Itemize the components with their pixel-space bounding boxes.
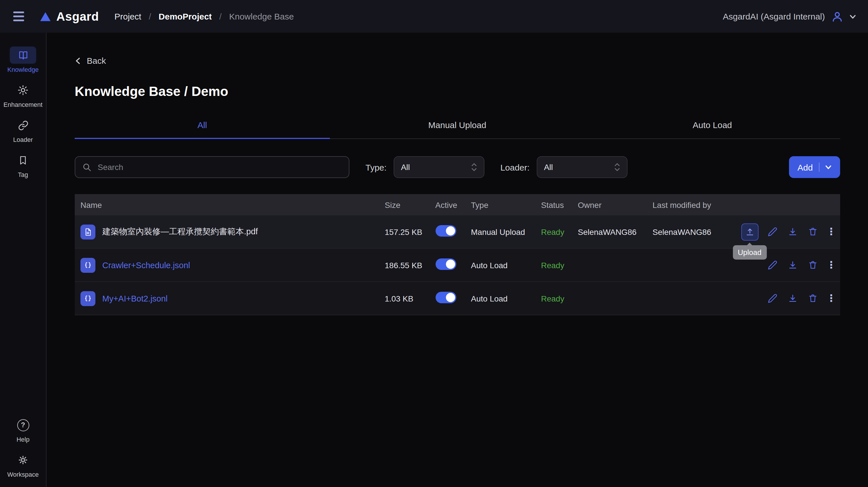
sidebar-item-label: Help [17, 436, 29, 443]
breadcrumb-section[interactable]: Project [114, 11, 141, 21]
more-actions-button[interactable]: ⋮ [827, 293, 835, 304]
file-name[interactable]: Crawler+Schedule.jsonl [102, 260, 190, 270]
sun-icon [10, 82, 36, 99]
upload-icon [745, 227, 754, 236]
file-name[interactable]: My+AI+Bot2.jsonl [102, 294, 167, 303]
brand-name: Asgard [56, 9, 99, 23]
page-title: Knowledge Base / Demo [75, 84, 840, 99]
sidebar-item-label: Workspace [7, 471, 39, 478]
search-input-wrapper[interactable] [75, 156, 349, 178]
search-input[interactable] [97, 162, 341, 172]
account-name: AsgardAI (Asgard Internal) [723, 11, 825, 21]
select-carets-icon [614, 163, 620, 172]
active-toggle[interactable] [435, 292, 456, 303]
sidebar-item-label: Enhancement [3, 101, 42, 108]
tab-bar: All Manual Upload Auto Load [75, 117, 840, 139]
jsonl-file-icon [81, 291, 95, 306]
tab-all[interactable]: All [75, 117, 330, 138]
owner: SelenaWANG86 [578, 227, 652, 236]
breadcrumb-current-page: Knowledge Base [229, 11, 293, 21]
file-size: 157.25 KB [385, 227, 435, 236]
add-button[interactable]: Add [789, 156, 840, 178]
sidebar-item-help[interactable]: ? Help [0, 416, 46, 443]
file-type: Manual Upload [471, 227, 541, 236]
download-button[interactable] [787, 259, 799, 271]
table-row[interactable]: Crawler+Schedule.jsonl 186.55 KB Auto Lo… [75, 249, 840, 282]
edit-button[interactable] [767, 293, 778, 304]
file-type: Auto Load [471, 294, 541, 303]
file-size: 1.03 KB [385, 294, 435, 303]
last-modified-by: SelenaWANG86 [652, 227, 739, 236]
edit-button[interactable] [767, 226, 778, 237]
row-actions: Upload ⋮ [739, 223, 840, 240]
link-icon [10, 117, 36, 134]
loader-filter-select[interactable]: All [536, 156, 627, 178]
table-row[interactable]: 建築物室內裝修—工程承攬契約書範本.pdf 157.25 KB Manual U… [75, 215, 840, 249]
download-button[interactable] [787, 293, 799, 304]
gear-icon [10, 451, 36, 468]
delete-button[interactable] [807, 226, 818, 237]
sidebar-item-tag[interactable]: Tag [0, 152, 46, 178]
breadcrumb: Project / DemoProject / Knowledge Base [114, 11, 293, 21]
sidebar-item-enhancement[interactable]: Enhancement [0, 82, 46, 108]
back-button[interactable]: Back [75, 56, 106, 65]
trash-icon [808, 260, 818, 270]
tab-auto-load[interactable]: Auto Load [585, 117, 840, 138]
table-row[interactable]: My+AI+Bot2.jsonl 1.03 KB Auto Load Ready [75, 282, 840, 315]
column-header-active: Active [435, 200, 471, 209]
bookmark-icon [10, 152, 36, 169]
sidebar-item-loader[interactable]: Loader [0, 117, 46, 143]
pencil-icon [768, 293, 777, 303]
more-actions-button[interactable]: ⋮ [827, 259, 835, 271]
status-badge: Ready [541, 260, 578, 270]
sidebar-item-label: Knowledge [7, 66, 39, 73]
user-avatar-icon[interactable] [831, 10, 843, 23]
loader-filter-value: All [544, 163, 553, 172]
file-name[interactable]: 建築物室內裝修—工程承攬契約書範本.pdf [102, 226, 258, 237]
menu-toggle-button[interactable] [12, 9, 25, 23]
delete-button[interactable] [807, 259, 818, 271]
sidebar-item-workspace[interactable]: Workspace [0, 451, 46, 478]
breadcrumb-separator: / [219, 11, 221, 21]
brand-logo[interactable]: Asgard [40, 9, 99, 23]
trash-icon [808, 293, 818, 303]
account-chevron-down-icon[interactable] [849, 13, 856, 19]
chevron-left-icon [75, 57, 82, 64]
sidebar-item-label: Loader [13, 136, 33, 143]
type-filter-select[interactable]: All [393, 156, 484, 178]
filter-bar: Type: All Loader: All Add [75, 156, 840, 178]
breadcrumb-project-name[interactable]: DemoProject [159, 11, 212, 21]
trash-icon [808, 227, 818, 237]
search-icon [83, 163, 91, 171]
active-toggle[interactable] [435, 258, 456, 270]
navbar-right: AsgardAI (Asgard Internal) [723, 10, 856, 23]
column-header-owner: Owner [578, 200, 652, 209]
chevron-down-icon [825, 164, 831, 170]
upload-button[interactable] [741, 223, 758, 240]
question-circle-icon: ? [10, 416, 36, 433]
app-root: Asgard Project / DemoProject / Knowledge… [0, 0, 868, 487]
table-header: Name Size Active Type Status Owner Last … [75, 194, 840, 215]
download-icon [788, 293, 798, 303]
jsonl-file-icon [81, 258, 95, 272]
download-button[interactable] [787, 226, 799, 237]
type-filter-label: Type: [366, 162, 386, 172]
sidebar-item-knowledge[interactable]: Knowledge [0, 46, 46, 73]
hamburger-icon [13, 12, 24, 13]
file-size: 186.55 KB [385, 260, 435, 270]
main-content: Back Knowledge Base / Demo All Manual Up… [46, 33, 868, 487]
edit-button[interactable] [767, 259, 778, 271]
column-header-size: Size [385, 200, 435, 209]
active-toggle[interactable] [435, 225, 456, 237]
status-badge: Ready [541, 294, 578, 303]
delete-button[interactable] [807, 293, 818, 304]
upload-tooltip: Upload [733, 245, 767, 259]
more-actions-button[interactable]: ⋮ [827, 226, 835, 237]
files-table: Name Size Active Type Status Owner Last … [75, 194, 840, 315]
download-icon [788, 227, 798, 237]
file-type: Auto Load [471, 260, 541, 270]
download-icon [788, 260, 798, 270]
pdf-file-icon [81, 224, 95, 239]
tab-manual-upload[interactable]: Manual Upload [330, 117, 585, 138]
column-header-last-modified: Last modified by [652, 200, 739, 209]
